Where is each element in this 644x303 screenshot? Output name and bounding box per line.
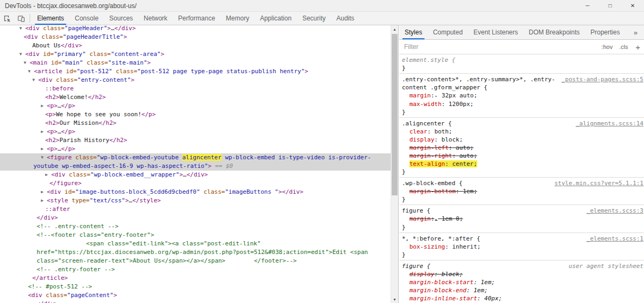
tab-network[interactable]: Network — [138, 12, 173, 25]
css-declaration[interactable]: text-align: center; — [402, 160, 642, 168]
css-declaration[interactable]: margin-left: auto; — [402, 144, 642, 152]
tab-application[interactable]: Application — [254, 12, 297, 25]
css-property-value[interactable]: block; — [442, 271, 463, 278]
css-declaration[interactable]: max-width: 1200px; — [402, 100, 642, 108]
css-property-value[interactable]: 40px; — [484, 295, 502, 302]
dom-row[interactable]: </article> — [0, 274, 391, 283]
css-property-name[interactable]: margin-right — [409, 152, 452, 159]
scrollbar-thumb[interactable] — [392, 34, 398, 195]
dom-row[interactable]: ▶<p>…</p> — [0, 102, 391, 110]
css-declaration[interactable]: margin-bottom: 1em; — [402, 187, 642, 195]
dom-row[interactable]: ▶<p>…</p> — [0, 128, 391, 136]
expand-arrow-icon[interactable]: ▼ — [24, 59, 30, 67]
css-property-value[interactable]: 32px auto; — [442, 92, 477, 99]
expand-arrow-icon[interactable]: ▼ — [28, 67, 34, 76]
close-button[interactable]: ✕ — [621, 0, 644, 11]
expand-arrow-icon[interactable]: ▶ — [41, 128, 47, 136]
stylesheet-link[interactable]: style.min.css?ver=5.1.1:1 — [554, 179, 643, 187]
minimize-button[interactable]: ─ — [576, 0, 599, 11]
dom-row[interactable]: <!-- .entry-footer --> — [0, 265, 391, 274]
css-property-name[interactable]: margin-bottom — [409, 188, 456, 195]
expand-arrow-icon[interactable]: ▶ — [41, 188, 47, 196]
maximize-button[interactable]: □ — [599, 0, 621, 11]
dom-row[interactable]: <!--<footer class="entry-footer"> — [0, 231, 391, 239]
css-property-value[interactable]: 1em; — [480, 279, 495, 286]
dom-row[interactable]: <!-- #post-512 --> — [0, 283, 391, 291]
dom-row[interactable]: <!-- .entry-content --> — [0, 222, 391, 231]
css-declaration[interactable]: margin:▸ 1em 0; — [402, 215, 642, 223]
css-declaration[interactable]: margin-block-start: 1em; — [402, 278, 642, 286]
tab-elements[interactable]: Elements — [32, 12, 69, 25]
inspect-element-icon[interactable] — [0, 12, 14, 25]
tab-sources[interactable]: Sources — [104, 12, 138, 25]
dom-row[interactable]: <div class="pageContent"> — [0, 291, 391, 300]
tab-performance[interactable]: Performance — [173, 12, 221, 25]
stylesheet-link[interactable]: _elements.scss:3 — [586, 207, 643, 215]
shorthand-expand-icon[interactable]: ▸ — [434, 94, 438, 98]
dom-row[interactable]: ▶<div id="image-buttons-block_5cdd6d9cbe… — [0, 188, 391, 196]
tab-dom-breakpoints[interactable]: DOM Breakpoints — [523, 25, 585, 39]
dom-row[interactable]: ▼<div class="pageHeader">…</div> — [0, 25, 391, 33]
rule-selector[interactable]: content .gform_wrapper { — [402, 83, 642, 91]
dom-row[interactable]: <p>We hope to see you soon!</p> — [0, 110, 391, 119]
dom-row[interactable]: ▼<figure class="wp-block-embed-youtube a… — [0, 153, 391, 162]
tab-audits[interactable]: Audits — [331, 12, 359, 25]
scroll-down-icon[interactable]: ▼ — [391, 295, 398, 303]
css-property-name[interactable]: text-align — [409, 160, 445, 167]
css-declaration[interactable]: clear: both; — [402, 128, 642, 136]
css-declaration[interactable]: box-sizing: inherit; — [402, 243, 642, 251]
dom-row[interactable]: <h2>Welcome!</h2> — [0, 93, 391, 102]
css-property-name[interactable]: margin-left — [409, 144, 449, 151]
css-property-name[interactable]: display — [409, 136, 434, 143]
expand-arrow-icon[interactable]: ▼ — [32, 76, 38, 84]
css-property-name[interactable]: margin — [409, 92, 431, 99]
css-property-value[interactable]: block; — [442, 136, 463, 143]
scroll-up-icon[interactable]: ▲ — [391, 25, 398, 33]
dom-row[interactable]: class="screen-reader-text">About Us</spa… — [0, 257, 391, 265]
dom-row[interactable]: </div> — [0, 214, 391, 222]
device-toolbar-icon[interactable] — [14, 12, 28, 25]
css-declaration[interactable]: margin-inline-start: 40px; — [402, 294, 642, 302]
stylesheet-link[interactable]: _alignments.scss:14 — [576, 119, 643, 128]
dom-row[interactable]: ::before — [0, 84, 391, 93]
dom-row[interactable]: ::after — [0, 205, 391, 214]
pseudo-state-button[interactable]: :hov — [601, 44, 613, 50]
dom-row[interactable]: <h2>Parish History</h2> — [0, 136, 391, 145]
css-property-name[interactable]: margin-block-end — [409, 287, 466, 294]
dom-row[interactable]: ▼<div id="primary" class="content-area"> — [0, 50, 391, 59]
css-property-value[interactable]: both; — [434, 128, 452, 135]
tab-event-listeners[interactable]: Event Listeners — [468, 25, 523, 39]
css-property-value[interactable]: auto; — [459, 152, 477, 159]
expand-arrow-icon[interactable]: ▶ — [41, 102, 47, 110]
styles-filter-input[interactable] — [403, 43, 601, 51]
tab-memory[interactable]: Memory — [221, 12, 254, 25]
css-declaration[interactable]: margin-right: auto; — [402, 152, 642, 160]
css-property-name[interactable]: margin-inline-start — [409, 295, 477, 302]
css-property-value[interactable]: 1em; — [473, 287, 488, 294]
more-tabs-icon[interactable]: » — [627, 25, 644, 39]
dom-row[interactable]: href="https://btccjax.diocesanweb.org/wp… — [0, 248, 391, 257]
expand-arrow-icon[interactable]: ▼ — [41, 153, 47, 162]
dom-row[interactable]: </div> — [0, 300, 391, 303]
css-property-name[interactable]: margin — [409, 215, 431, 222]
shorthand-expand-icon[interactable]: ▸ — [434, 217, 438, 222]
css-property-value[interactable]: 1em 0; — [442, 215, 463, 222]
dom-row[interactable]: <span class="edit-link"><a class="post-e… — [0, 239, 391, 248]
css-property-value[interactable]: 1em; — [463, 188, 477, 195]
tab-computed[interactable]: Computed — [428, 25, 468, 39]
dom-row[interactable]: youtube wp-embed-aspect-16-9 wp-has-aspe… — [0, 162, 391, 171]
css-declaration[interactable]: display: block; — [402, 136, 642, 144]
css-property-value[interactable]: center; — [452, 160, 477, 167]
stylesheet-link[interactable]: _posts-and-pages.scss:5 — [562, 75, 643, 83]
expand-arrow-icon[interactable]: ▶ — [41, 196, 47, 205]
css-property-name[interactable]: display — [409, 271, 434, 278]
css-declaration[interactable]: margin-block-end: 1em; — [402, 286, 642, 294]
css-declaration[interactable]: display: block; — [402, 270, 642, 278]
expand-arrow-icon[interactable]: ▼ — [19, 25, 25, 33]
css-property-name[interactable]: margin-block-start — [409, 279, 473, 286]
css-property-name[interactable]: box-sizing — [409, 243, 445, 250]
css-property-name[interactable]: max-width — [409, 101, 442, 108]
tab-console[interactable]: Console — [69, 12, 104, 25]
dom-row[interactable]: ▼<div class="entry-content"> — [0, 76, 391, 84]
dom-row[interactable]: <div class="pageHeaderTitle"> — [0, 33, 391, 41]
